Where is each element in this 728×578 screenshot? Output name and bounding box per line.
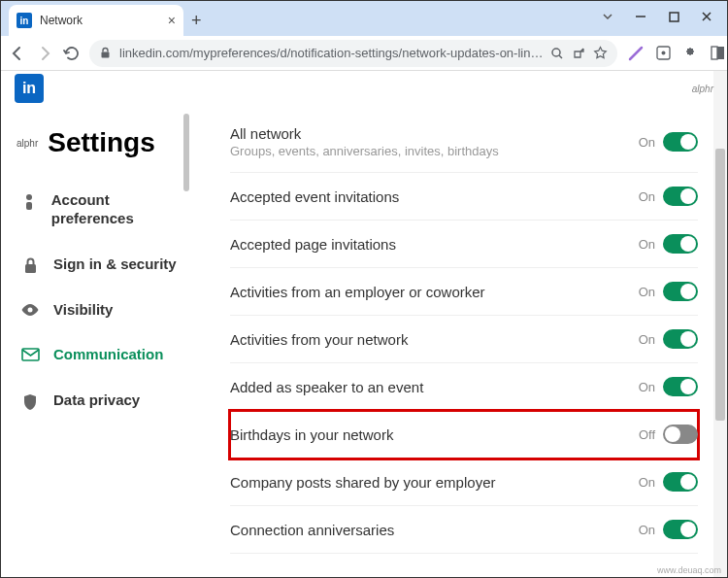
- svg-rect-7: [711, 47, 717, 59]
- share-icon[interactable]: [572, 47, 585, 60]
- toggle-state-label: On: [639, 285, 655, 299]
- svg-line-4: [559, 55, 562, 58]
- toggle-switch[interactable]: [663, 425, 698, 444]
- zoom-icon[interactable]: [550, 47, 564, 60]
- toggle-switch[interactable]: [663, 520, 698, 539]
- setting-row[interactable]: Connection anniversariesOn: [230, 506, 698, 554]
- sidebar: alphr Settings Account preferences Sign …: [1, 71, 195, 577]
- address-bar[interactable]: linkedin.com/mypreferences/d/notificatio…: [89, 40, 617, 67]
- svg-rect-2: [102, 52, 110, 58]
- back-button[interactable]: [9, 45, 26, 62]
- setting-label: All network: [230, 125, 639, 142]
- svg-point-12: [28, 307, 33, 312]
- page-title: Settings: [48, 127, 154, 158]
- setting-row[interactable]: Accepted page invitationsOn: [230, 221, 698, 268]
- svg-point-9: [26, 194, 32, 200]
- svg-point-6: [661, 51, 665, 55]
- maximize-icon[interactable]: [657, 5, 690, 28]
- sidebar-item-label: Data privacy: [53, 391, 140, 410]
- toggle-state-label: On: [639, 332, 655, 347]
- lock-icon: [99, 47, 112, 59]
- toggle-state-label: On: [639, 475, 655, 490]
- toggle-state-label: Off: [639, 427, 655, 442]
- sidebar-item-label: Communication: [53, 346, 163, 364]
- linkedin-logo[interactable]: in: [15, 74, 44, 103]
- person-icon: [20, 191, 38, 211]
- new-tab-button[interactable]: +: [191, 5, 202, 36]
- setting-label: Activities from your network: [230, 331, 639, 348]
- url-text: linkedin.com/mypreferences/d/notificatio…: [119, 46, 543, 60]
- sidebar-item-visibility[interactable]: Visibility: [1, 288, 195, 333]
- tab-favicon-linkedin: in: [17, 13, 32, 28]
- sidebar-item-account[interactable]: Account preferences: [1, 178, 195, 242]
- setting-label: Birthdays in your network: [230, 426, 639, 443]
- toggle-switch[interactable]: [663, 132, 698, 152]
- extension-icon-1[interactable]: [627, 45, 645, 62]
- svg-rect-13: [22, 349, 39, 360]
- toggle-switch[interactable]: [663, 329, 698, 349]
- toggle-state-label: On: [639, 523, 655, 537]
- setting-label: Accepted event invitations: [230, 188, 639, 205]
- reload-button[interactable]: [63, 45, 80, 61]
- puzzle-icon[interactable]: [681, 45, 699, 62]
- alphr-label: alphr: [692, 84, 713, 94]
- settings-header: alphr Settings: [1, 119, 195, 178]
- watermark: www.deuaq.com: [657, 565, 721, 575]
- main-panel: Network All networkGroups, events, anniv…: [195, 71, 727, 577]
- setting-label: Connection anniversaries: [230, 522, 639, 538]
- svg-point-3: [552, 49, 560, 56]
- setting-label: Company posts shared by your employer: [230, 474, 639, 491]
- page-scrollbar-thumb[interactable]: [715, 149, 725, 421]
- eye-icon: [20, 301, 40, 317]
- setting-label: Added as speaker to an event: [230, 379, 639, 395]
- mail-icon: [20, 346, 40, 361]
- toggle-state-label: On: [639, 380, 655, 394]
- svg-rect-11: [25, 264, 36, 273]
- sidebar-item-label: Sign in & security: [53, 255, 177, 274]
- sidebar-scrollbar[interactable]: [183, 114, 189, 191]
- setting-label: Accepted page invitations: [230, 236, 639, 253]
- extension-icon-4[interactable]: [709, 45, 726, 62]
- lock-icon: [20, 255, 40, 274]
- extension-icons: ⋮: [627, 44, 728, 62]
- toggle-switch[interactable]: [663, 234, 698, 254]
- shield-icon: [20, 391, 40, 411]
- sidebar-item-label: Visibility: [53, 301, 113, 320]
- chevron-down-icon[interactable]: [591, 5, 624, 28]
- setting-row[interactable]: Company posts shared by your employerOn: [230, 459, 698, 506]
- sidebar-item-signin[interactable]: Sign in & security: [1, 242, 195, 288]
- alphr-prefix: alphr: [17, 138, 38, 149]
- close-icon[interactable]: [690, 5, 723, 28]
- titlebar: in Network × +: [1, 1, 727, 36]
- toggle-switch[interactable]: [663, 282, 698, 301]
- toggle-state-label: On: [639, 237, 655, 252]
- setting-sublabel: Groups, events, anniversaries, invites, …: [230, 144, 639, 158]
- page-scrollbar-track[interactable]: [713, 71, 727, 577]
- setting-row[interactable]: Activities from an employer or coworkerO…: [230, 268, 698, 316]
- svg-rect-1: [670, 13, 678, 21]
- tab-close-icon[interactable]: ×: [168, 13, 176, 28]
- setting-row[interactable]: Accepted event invitationsOn: [230, 173, 698, 221]
- sidebar-item-label: Account preferences: [51, 191, 180, 228]
- extension-icon-2[interactable]: [654, 45, 672, 62]
- browser-tab[interactable]: in Network ×: [9, 5, 183, 36]
- svg-rect-10: [26, 202, 32, 210]
- toggle-switch[interactable]: [663, 472, 698, 492]
- minimize-icon[interactable]: [624, 5, 657, 28]
- svg-rect-8: [717, 47, 724, 59]
- setting-row[interactable]: Birthdays in your networkOff: [230, 411, 698, 459]
- setting-row[interactable]: Activities from your networkOn: [230, 316, 698, 363]
- toggle-switch[interactable]: [663, 377, 698, 396]
- toggle-state-label: On: [639, 189, 655, 204]
- setting-label: Activities from an employer or coworker: [230, 284, 639, 300]
- star-icon[interactable]: [593, 46, 608, 60]
- sidebar-item-privacy[interactable]: Data privacy: [1, 378, 195, 425]
- setting-row[interactable]: All networkGroups, events, anniversaries…: [230, 123, 698, 173]
- setting-row[interactable]: Added as speaker to an eventOn: [230, 363, 698, 411]
- toggle-switch[interactable]: [663, 187, 698, 206]
- tab-title: Network: [40, 14, 160, 27]
- browser-toolbar: linkedin.com/mypreferences/d/notificatio…: [1, 36, 727, 71]
- sidebar-item-communication[interactable]: Communication: [1, 332, 195, 378]
- toggle-state-label: On: [639, 135, 655, 150]
- forward-button[interactable]: [36, 45, 53, 62]
